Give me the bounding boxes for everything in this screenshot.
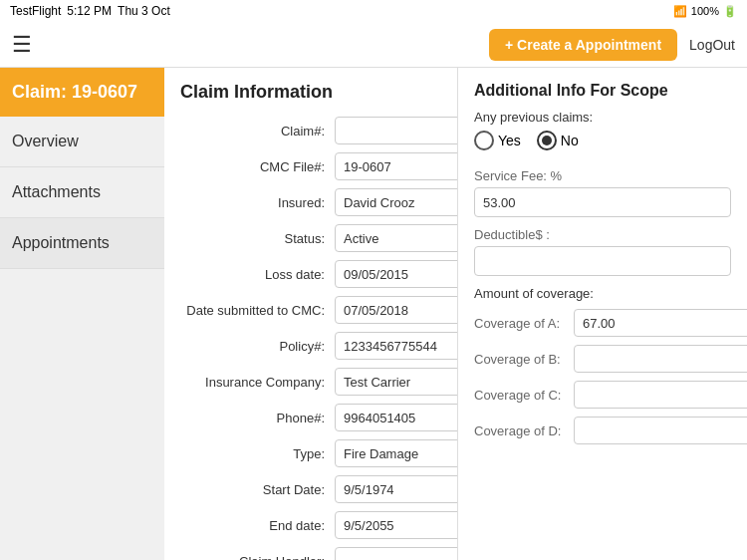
top-nav-actions: + Create a Appointment LogOut (489, 29, 735, 61)
amount-of-coverage-title: Amount of coverage: (474, 286, 731, 301)
date: Thu 3 Oct (118, 4, 170, 18)
input-claim-number[interactable] (335, 117, 458, 144)
form-row-insurance-company: Insurance Company: (180, 368, 441, 396)
radio-yes-label: Yes (498, 133, 521, 148)
input-insurance-company[interactable] (335, 368, 458, 396)
label-loss-date: Loss date: (180, 267, 335, 282)
radio-option-no[interactable]: No (537, 131, 579, 150)
hamburger-menu-icon[interactable]: ☰ (12, 34, 32, 56)
form-row-loss-date: Loss date: (180, 260, 441, 288)
previous-claims-label: Any previous claims: (474, 110, 731, 125)
label-type: Type: (180, 446, 335, 461)
coverage-a-label: Coverage of A: (474, 316, 574, 331)
sidebar-attachments-label: Attachments (12, 183, 101, 200)
input-status[interactable] (335, 224, 458, 252)
label-claim-number: Claim#: (180, 124, 335, 139)
input-service-fee[interactable] (474, 187, 731, 217)
main-layout: Claim: 19-0607 Overview Attachments Appo… (0, 68, 747, 560)
coverage-row-d: Coverage of D: (474, 417, 731, 444)
label-insurance-company: Insurance Company: (180, 375, 335, 390)
top-nav: ☰ + Create a Appointment LogOut (0, 22, 747, 68)
form-row-start-date: Start Date: (180, 475, 441, 503)
label-status: Status: (180, 231, 335, 246)
label-end-date: End date: (180, 518, 335, 533)
input-insured[interactable] (335, 188, 458, 216)
logout-button[interactable]: LogOut (689, 37, 735, 53)
claim-info-panel: Claim Information Claim#: CMC File#: Ins… (164, 68, 458, 560)
input-coverage-a[interactable] (574, 309, 747, 337)
form-row-claim-number: Claim#: (180, 117, 441, 144)
form-row-insured: Insured: (180, 188, 441, 216)
battery-icon: 🔋 (723, 5, 737, 18)
input-start-date[interactable] (335, 475, 458, 503)
sidebar-item-appointments[interactable]: Appointments (0, 218, 164, 269)
radio-group-previous-claims: Yes No (474, 131, 731, 150)
radio-yes-circle[interactable] (474, 131, 494, 150)
input-deductible[interactable] (474, 246, 731, 276)
input-phone[interactable] (335, 404, 458, 431)
input-loss-date[interactable] (335, 260, 458, 288)
input-cmc-file[interactable] (335, 152, 458, 180)
label-claim-handler: Claim Handler: (180, 554, 335, 561)
additional-info-panel: Additional Info For Scope Any previous c… (458, 68, 747, 560)
form-row-phone: Phone#: (180, 404, 441, 431)
coverage-c-label: Coverage of C: (474, 388, 574, 403)
sidebar-item-overview[interactable]: Overview (0, 117, 164, 167)
label-cmc-file: CMC File#: (180, 159, 335, 174)
coverage-row-c: Coverage of C: (474, 381, 731, 409)
app-name: TestFlight (10, 4, 61, 18)
sidebar-claim-id: Claim: 19-0607 (0, 68, 164, 117)
battery-level: 100% (691, 5, 719, 17)
form-row-type: Type: (180, 439, 441, 467)
label-phone: Phone#: (180, 411, 335, 425)
input-date-submitted[interactable] (335, 296, 458, 324)
wifi-icon: 📶 (673, 5, 687, 18)
form-row-cmc-file: CMC File#: (180, 152, 441, 180)
content-area: Claim Information Claim#: CMC File#: Ins… (164, 68, 747, 560)
time: 5:12 PM (67, 4, 112, 18)
form-row-end-date: End date: (180, 511, 441, 539)
radio-no-label: No (561, 133, 579, 148)
label-insured: Insured: (180, 195, 335, 210)
status-bar-right: 📶 100% 🔋 (673, 5, 737, 18)
form-row-policy: Policy#: (180, 332, 441, 360)
service-fee-label: Service Fee: % (474, 168, 731, 183)
form-row-date-submitted: Date submitted to CMC: (180, 296, 441, 324)
input-coverage-b[interactable] (574, 345, 747, 373)
radio-no-circle[interactable] (537, 131, 557, 150)
sidebar-overview-label: Overview (12, 133, 79, 149)
input-end-date[interactable] (335, 511, 458, 539)
claim-info-title: Claim Information (180, 82, 441, 103)
coverage-row-a: Coverage of A: (474, 309, 731, 337)
input-claim-handler[interactable] (335, 547, 458, 560)
sidebar-appointments-label: Appointments (12, 234, 110, 251)
deductible-label: Deductible$ : (474, 227, 731, 242)
radio-option-yes[interactable]: Yes (474, 131, 521, 150)
input-coverage-c[interactable] (574, 381, 747, 409)
create-appointment-button[interactable]: + Create a Appointment (489, 29, 677, 61)
sidebar-item-attachments[interactable]: Attachments (0, 167, 164, 218)
coverage-d-label: Coverage of D: (474, 423, 574, 438)
label-date-submitted: Date submitted to CMC: (180, 303, 335, 318)
form-row-status: Status: (180, 224, 441, 252)
input-type[interactable] (335, 439, 458, 467)
status-bar: TestFlight 5:12 PM Thu 3 Oct 📶 100% 🔋 (0, 0, 747, 22)
input-policy[interactable] (335, 332, 458, 360)
form-row-claim-handler: Claim Handler: (180, 547, 441, 560)
label-start-date: Start Date: (180, 482, 335, 497)
additional-info-title: Additional Info For Scope (474, 82, 731, 100)
coverage-b-label: Coverage of B: (474, 352, 574, 367)
coverage-row-b: Coverage of B: (474, 345, 731, 373)
label-policy: Policy#: (180, 339, 335, 354)
sidebar: Claim: 19-0607 Overview Attachments Appo… (0, 68, 164, 560)
input-coverage-d[interactable] (574, 417, 747, 444)
